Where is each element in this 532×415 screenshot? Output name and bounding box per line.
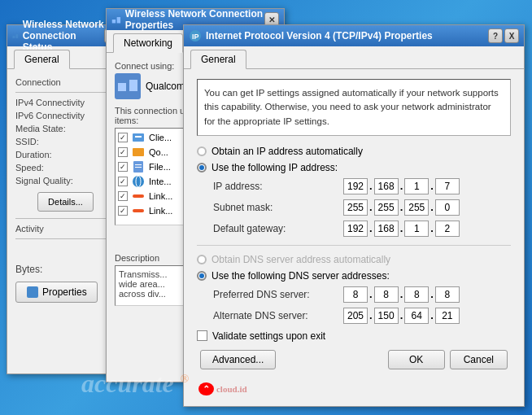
ipv4-description: You can get IP settings assigned automat…: [197, 79, 511, 136]
ip-o2[interactable]: [374, 178, 399, 194]
item-checkbox-3[interactable]: [118, 162, 128, 172]
gw-o3[interactable]: [404, 221, 429, 237]
radio-auto-dns-label: Obtain DNS server address automatically: [211, 254, 390, 265]
subnet-o1[interactable]: [343, 199, 368, 216]
props-title-icon: [111, 13, 121, 26]
gw-o1[interactable]: [343, 221, 368, 237]
alternate-dns-input: . . .: [343, 308, 460, 324]
radio-auto-dns[interactable]: [197, 255, 207, 264]
ip-address-label: IP address:: [213, 181, 343, 192]
svg-rect-4: [117, 17, 120, 23]
connection-label: Connection: [15, 77, 116, 87]
ip-section: Obtain an IP address automatically Use t…: [197, 146, 511, 237]
subnet-o4[interactable]: [435, 199, 460, 216]
subnet-o2[interactable]: [374, 199, 399, 216]
qos-icon: [132, 146, 145, 159]
radio-auto-ip[interactable]: [197, 146, 207, 156]
subnet-mask-row: Subnet mask: . . .: [213, 199, 511, 216]
svg-rect-13: [135, 167, 142, 168]
ipv4-close-btn[interactable]: X: [504, 28, 519, 43]
radio-auto-dns-row: Obtain DNS server address automatically: [197, 254, 511, 265]
file-icon: [132, 160, 145, 173]
svg-rect-3: [112, 20, 116, 23]
status-title-text: Wireless Network Connection Status: [23, 19, 104, 53]
alternate-dns-row: Alternate DNS server: . . .: [213, 308, 511, 324]
ipv4-help-btn[interactable]: ?: [488, 28, 503, 43]
alternate-dns-label: Alternate DNS server:: [213, 310, 343, 321]
ipv4-title-icon: IP: [189, 29, 202, 42]
svg-rect-17: [133, 209, 144, 212]
preferred-dns-row: Preferred DNS server: . . .: [213, 286, 511, 303]
client-icon: [132, 131, 145, 144]
pdns-o1[interactable]: [343, 286, 368, 303]
radio-manual-ip[interactable]: [197, 163, 207, 173]
adns-o2[interactable]: [374, 308, 399, 324]
ipv4-tab-bar: General: [184, 46, 524, 69]
svg-rect-0: [12, 36, 15, 38]
adns-o3[interactable]: [404, 308, 429, 324]
button-row: Advanced... OK Cancel: [197, 350, 511, 369]
item-checkbox-2[interactable]: [118, 147, 128, 157]
radio-manual-dns-label: Use the following DNS server addresses:: [211, 270, 390, 282]
ip-o1[interactable]: [343, 178, 368, 194]
adns-o4[interactable]: [435, 308, 460, 324]
svg-rect-16: [133, 194, 144, 198]
svg-rect-9: [135, 136, 142, 138]
item-checkbox-4[interactable]: [118, 177, 128, 186]
subnet-o3[interactable]: [404, 199, 429, 216]
subnet-mask-input: . . .: [343, 199, 460, 216]
svg-rect-10: [133, 148, 144, 156]
ipv4-title-bar: IP Internet Protocol Version 4 (TCP/IPv4…: [184, 25, 524, 46]
tab-ipv4-general[interactable]: General: [190, 50, 246, 69]
adns-o1[interactable]: [343, 308, 368, 324]
pdns-o4[interactable]: [435, 286, 460, 303]
details-button[interactable]: Details...: [37, 192, 94, 212]
adapter-icon: [115, 73, 141, 99]
ip-o4[interactable]: [435, 178, 460, 194]
svg-rect-6: [118, 83, 126, 91]
gateway-row: Default gateway: . . .: [213, 221, 511, 237]
cancel-button[interactable]: Cancel: [450, 350, 508, 369]
gateway-label: Default gateway:: [213, 223, 343, 234]
radio-manual-ip-row: Use the following IP address:: [197, 162, 511, 173]
subnet-mask-label: Subnet mask:: [213, 202, 343, 213]
internet-icon: [132, 175, 145, 188]
item-checkbox-6[interactable]: [118, 206, 128, 216]
radio-auto-ip-row: Obtain an IP address automatically: [197, 146, 511, 157]
tab-networking[interactable]: Networking: [113, 33, 183, 53]
ip-o3[interactable]: [404, 178, 429, 194]
activity-label: Activity: [15, 224, 116, 234]
item-checkbox-5[interactable]: [118, 191, 128, 201]
gw-o4[interactable]: [435, 221, 460, 237]
svg-point-14: [133, 176, 144, 187]
svg-rect-12: [135, 164, 142, 165]
gateway-input: . . .: [343, 221, 460, 237]
dns-section: Obtain DNS server address automatically …: [197, 254, 511, 324]
validate-row: Validate settings upon exit: [197, 330, 511, 342]
radio-manual-dns[interactable]: [197, 271, 207, 281]
svg-text:IP: IP: [192, 33, 199, 41]
gw-o2[interactable]: [374, 221, 399, 237]
item-checkbox-1[interactable]: [118, 133, 128, 142]
preferred-dns-label: Preferred DNS server:: [213, 289, 343, 300]
link-icon-2: [132, 204, 145, 217]
radio-manual-dns-row: Use the following DNS server addresses:: [197, 270, 511, 282]
svg-rect-2: [27, 286, 38, 298]
pdns-o3[interactable]: [404, 286, 429, 303]
svg-rect-7: [129, 80, 137, 91]
pdns-o2[interactable]: [374, 286, 399, 303]
radio-manual-ip-label: Use the following IP address:: [211, 162, 338, 173]
ip-address-input: . . .: [343, 178, 460, 194]
properties-icon: [26, 286, 39, 299]
svg-rect-1: [15, 34, 18, 38]
link-icon-1: [132, 190, 145, 203]
ipv4-window: IP Internet Protocol Version 4 (TCP/IPv4…: [183, 24, 525, 407]
ok-button[interactable]: OK: [388, 350, 445, 369]
tab-general[interactable]: General: [14, 50, 70, 69]
properties-button[interactable]: Properties: [15, 282, 98, 303]
advanced-button[interactable]: Advanced...: [200, 350, 276, 369]
network-title-icon: [12, 29, 19, 42]
validate-label: Validate settings upon exit: [212, 330, 325, 342]
validate-checkbox[interactable]: [197, 330, 207, 341]
ipv4-content: You can get IP settings assigned automat…: [184, 69, 524, 379]
